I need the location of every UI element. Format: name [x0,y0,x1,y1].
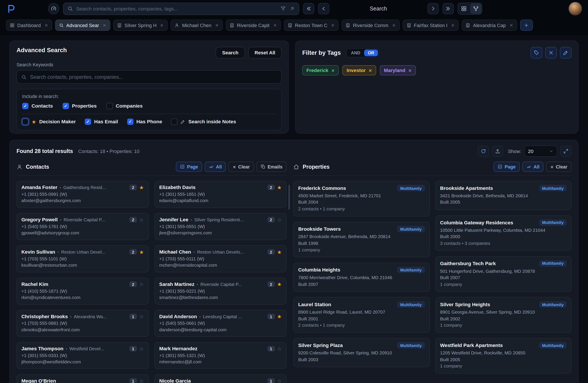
expand-button[interactable] [560,146,572,157]
property-card-brookside-apartments[interactable]: Brookside Apartments Multifamily 3421 Br… [435,181,572,210]
global-search[interactable] [63,2,299,15]
option-search-inside-notes[interactable]: Search inside Notes [171,119,236,125]
star-icon[interactable]: ★ [139,249,144,255]
app-logo[interactable] [6,3,19,14]
gauge-button[interactable] [48,3,59,14]
contact-card-michael-chen[interactable]: Michael Chen •Reston Urban Develo... 2 ★… [154,245,287,272]
contact-card-mark-hernandez[interactable]: Mark Hernandez 1 ☆ +1 (301) 555-1321 (W)… [154,342,287,369]
or-option[interactable]: OR [364,49,378,56]
contact-card-rachel-kim[interactable]: Rachel Kim 2 ☆ +1 (410) 555-1871 (W) rki… [17,277,149,305]
option-contacts[interactable]: ✓ Contacts [22,103,53,109]
tab-close-icon[interactable] [160,23,164,27]
tab-alexandria-cap[interactable]: Alexandria Cap [462,20,517,31]
tab-dashboard[interactable]: Dashboard [6,20,52,31]
star-icon[interactable]: ★ [277,314,282,319]
property-card-frederick-commons[interactable]: Frederick Commons Multifamily 4500 Marke… [293,181,430,216]
open-search-icon[interactable] [289,6,295,12]
grid-view-button[interactable] [458,3,469,14]
star-icon[interactable]: ☆ [139,346,144,351]
checkbox[interactable]: ✓ [22,103,28,109]
history-last-button[interactable] [442,3,454,14]
checkbox[interactable]: ✓ [63,103,69,109]
contact-card-sarah-martinez[interactable]: Sarah Martinez •Riverside Capital P... 2… [154,277,287,305]
property-card-silver-spring-plaza[interactable]: Silver Spring Plaza Multifamily 9200 Col… [293,338,430,367]
contact-card-christopher-brooks[interactable]: Christopher Brooks •Alexandria Wa... 1 ☆… [17,310,149,337]
contacts-select-all-button[interactable]: All [205,162,226,172]
checkbox[interactable]: ✓ [85,119,91,125]
properties-select-all-button[interactable]: All [523,162,544,172]
filter-icon[interactable] [280,6,286,12]
tab-reston-town-c[interactable]: Reston Town C [284,20,339,31]
star-icon[interactable]: ☆ [139,378,144,383]
star-icon[interactable]: ★ [277,185,282,190]
clear-tags-button[interactable] [545,47,557,59]
tab-close-icon[interactable] [451,23,455,27]
contacts-scrollbar[interactable] [288,183,290,383]
contact-card-jennifer-lee[interactable]: Jennifer Lee •Silver Spring Residenti...… [154,213,287,240]
tag-logic-toggle[interactable]: AND OR [346,48,379,57]
checkbox[interactable] [171,119,177,125]
edit-tags-button[interactable] [560,47,571,59]
option-companies[interactable]: Companies [106,103,143,109]
star-icon[interactable]: ★ [139,185,144,190]
contacts-select-page-button[interactable]: Page [176,162,202,172]
manage-tags-button[interactable] [531,47,542,59]
star-icon[interactable]: ★ [277,281,282,287]
option-properties[interactable]: ✓ Properties [63,103,97,109]
contact-card-kevin-sullivan[interactable]: Kevin Sullivan •Reston Urban Devel... 2 … [17,245,149,272]
contact-card-gregory-powell[interactable]: Gregory Powell •Riverside Capital P... 2… [17,213,149,240]
tab-michael-chen[interactable]: Michael Chen [171,20,223,31]
tag-chip-maryland[interactable]: Maryland✕ [380,65,416,75]
tab-close-icon[interactable] [392,23,396,27]
tab-fairfax-station-i[interactable]: Fairfax Station I [402,20,459,31]
star-icon[interactable]: ☆ [277,217,282,222]
and-option[interactable]: AND [347,49,364,56]
property-card-laurel-station[interactable]: Laurel Station Multifamily 8900 Laurel R… [293,297,430,333]
tab-close-icon[interactable] [102,23,106,27]
workflow-button[interactable] [470,3,482,14]
search-button[interactable]: Search [216,47,245,59]
remove-tag-icon[interactable]: ✕ [408,68,412,73]
checkbox[interactable]: ✓ [127,119,133,125]
property-card-columbia-gateway-residences[interactable]: Columbia Gateway Residences Multifamily … [435,215,572,251]
remove-tag-icon[interactable]: ✕ [331,68,335,73]
property-card-brookside-towers[interactable]: Brookside Towers Multifamily 2847 Brooks… [293,222,430,257]
new-tab-button[interactable] [520,20,533,31]
tab-riverside-capit[interactable]: Riverside Capit [226,20,281,31]
contacts-emails-button[interactable]: Emails [257,162,287,172]
star-icon[interactable]: ☆ [277,378,282,383]
property-card-silver-spring-heights[interactable]: Silver Spring Heights Multifamily 8901 G… [435,297,572,333]
contact-card-james-thompson[interactable]: James Thompson •Westfield Devel... 1 ☆ +… [17,342,149,369]
star-icon[interactable]: ☆ [277,346,282,351]
keywords-input[interactable] [30,74,277,80]
star-icon[interactable]: ☆ [139,314,144,319]
history-first-button[interactable] [303,3,315,14]
contact-card-nicole-garcia[interactable]: Nicole Garcia 1 ☆ +1 (301) 555-1431 (W) … [154,375,287,383]
option-has-phone[interactable]: ✓ Has Phone [127,119,162,125]
star-icon[interactable]: ☆ [139,217,144,222]
tab-close-icon[interactable] [44,23,48,27]
history-forward-button[interactable] [427,3,439,14]
user-avatar[interactable] [568,2,582,16]
property-card-columbia-heights[interactable]: Columbia Heights Multifamily 7800 Merriw… [293,263,430,292]
tab-close-icon[interactable] [509,23,513,27]
tab-close-icon[interactable] [215,23,219,27]
contact-card-amanda-foster[interactable]: Amanda Foster •Gaithersburg Resid... 2 ★… [17,181,149,208]
tab-silver-spring-h[interactable]: Silver Spring H [113,20,168,31]
tab-close-icon[interactable] [331,23,335,27]
contact-card-elizabeth-davis[interactable]: Elizabeth Davis 2 ★ +1 (301) 555-1651 (W… [154,181,287,208]
export-button[interactable] [492,146,504,157]
property-card-westfield-park-apartments[interactable]: Westfield Park Apartments Multifamily 12… [435,338,572,374]
history-back-button[interactable] [318,3,330,14]
reset-all-button[interactable]: Reset All [248,47,282,59]
contact-card-megan-o-brien[interactable]: Megan O'Brien 1 ☆ +1 (301) 555-2091 (W) … [17,375,149,383]
refresh-button[interactable] [478,146,489,157]
contact-card-david-anderson[interactable]: David Anderson •Leesburg Capital ... 1 ★… [154,310,287,337]
global-search-input[interactable] [76,6,277,12]
tab-close-icon[interactable] [273,23,277,27]
star-icon[interactable]: ☆ [139,281,144,287]
properties-clear-button[interactable]: ✕ Clear [546,162,571,172]
checkbox[interactable] [22,119,28,125]
property-card-gaithersburg-tech-park[interactable]: Gaithersburg Tech Park Multifamily 501 H… [435,256,572,292]
option-has-email[interactable]: ✓ Has Email [85,119,118,125]
